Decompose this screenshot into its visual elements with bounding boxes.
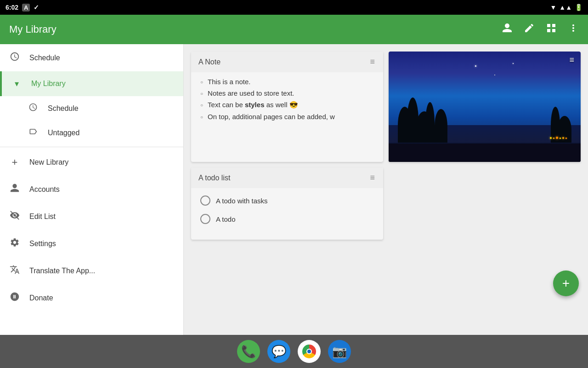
edit-icon[interactable] <box>524 23 535 36</box>
new-library-label: New Library <box>29 158 68 167</box>
status-icon-check: ✓ <box>34 4 39 11</box>
grid-icon[interactable] <box>546 23 557 36</box>
schedule-icon-top <box>9 52 20 64</box>
sidebar-untagged-label: Untagged <box>48 129 79 137</box>
sidebar-sub-schedule-label: Schedule <box>48 104 79 113</box>
chrome-icon <box>302 345 316 358</box>
main-content: Schedule ▾ My Library Schedule Untagged <box>0 44 588 335</box>
sidebar-item-my-library-label: My Library <box>31 80 66 88</box>
sidebar-item-new-library[interactable]: + New Library <box>0 149 183 176</box>
bottom-nav: 📞 💬 📷 <box>0 335 588 368</box>
note-item-3: Text can be styles as well 😎 <box>200 101 374 109</box>
note-card-1-title: A Note <box>198 58 220 66</box>
note-card-1-menu[interactable]: ≡ <box>370 57 376 67</box>
note-item-4: On top, additional pages can be added, w <box>200 113 374 121</box>
chrome-center <box>306 349 312 354</box>
translate-label: Translate The App... <box>29 267 95 275</box>
note-text-2: Notes are used to store text. <box>208 89 294 97</box>
notes-area: A Note ≡ This is a note. Notes are used … <box>184 44 588 335</box>
todo-card-header: A todo list ≡ <box>191 167 383 188</box>
note-text-3: Text can be styles as well 😎 <box>208 101 298 109</box>
status-bar: 6:02 A ✓ ▼ ▲▲ 🔋 <box>0 0 588 15</box>
note-text-4: On top, additional pages can be added, w <box>208 113 335 121</box>
nav-phone-button[interactable]: 📞 <box>237 340 260 363</box>
sidebar-item-schedule-label: Schedule <box>29 54 60 62</box>
photo-card-menu[interactable]: ≡ <box>569 55 575 65</box>
add-icon: + <box>9 156 20 168</box>
note-item-2: Notes are used to store text. <box>200 89 374 97</box>
sidebar-item-schedule-top[interactable]: Schedule <box>0 44 183 71</box>
todo-card[interactable]: A todo list ≡ A todo with tasks A todo <box>191 167 383 240</box>
accounts-label: Accounts <box>29 185 60 194</box>
sidebar-item-accounts[interactable]: Accounts <box>0 176 183 203</box>
note-item-1: This is a note. <box>200 78 374 86</box>
account-icon[interactable] <box>502 23 513 36</box>
settings-icon <box>9 237 20 250</box>
more-icon[interactable] <box>568 23 579 36</box>
battery-icon: 🔋 <box>575 4 582 11</box>
app-bar-actions <box>502 23 579 36</box>
note-card-1[interactable]: A Note ≡ This is a note. Notes are used … <box>191 52 383 162</box>
todo-text-1: A todo with tasks <box>216 197 268 205</box>
translate-icon <box>9 264 20 277</box>
todo-circle-2[interactable] <box>200 214 210 224</box>
settings-label: Settings <box>29 240 56 248</box>
photo-card[interactable]: ≡ <box>389 52 581 162</box>
todo-item-1: A todo with tasks <box>200 194 374 207</box>
sidebar-item-edit-list[interactable]: Edit List <box>0 203 183 230</box>
todo-card-body: A todo with tasks A todo <box>191 188 383 240</box>
status-icon-a: A <box>22 4 30 12</box>
edit-list-icon <box>9 210 20 223</box>
sidebar-divider-1 <box>0 147 183 147</box>
wifi-icon: ▼ <box>550 4 556 11</box>
nav-chrome-button[interactable] <box>298 340 321 363</box>
note-card-1-body: This is a note. Notes are used to store … <box>191 72 383 133</box>
chevron-down-icon: ▾ <box>11 79 22 89</box>
status-time: 6:02 <box>6 4 18 11</box>
sidebar: Schedule ▾ My Library Schedule Untagged <box>0 44 184 335</box>
app-bar: My Library <box>0 15 588 44</box>
fab-button[interactable]: + <box>553 270 579 296</box>
sidebar-item-donate[interactable]: Donate <box>0 284 183 311</box>
todo-circle-1[interactable] <box>200 196 210 206</box>
camera-icon: 📷 <box>332 345 347 359</box>
fab-icon: + <box>562 277 570 290</box>
todo-item-2: A todo <box>200 212 374 226</box>
app-bar-title: My Library <box>9 23 57 35</box>
messages-icon: 💬 <box>271 345 286 359</box>
nav-camera-button[interactable]: 📷 <box>328 340 351 363</box>
sidebar-item-my-library[interactable]: ▾ My Library <box>0 71 183 96</box>
sidebar-sub-items: Schedule Untagged <box>0 96 183 145</box>
sidebar-item-untagged[interactable]: Untagged <box>18 121 183 145</box>
donate-icon <box>9 292 20 304</box>
note-text-1: This is a note. <box>208 78 250 86</box>
todo-card-menu[interactable]: ≡ <box>370 173 376 183</box>
sidebar-item-translate[interactable]: Translate The App... <box>0 257 183 284</box>
todo-text-2: A todo <box>216 215 236 223</box>
nav-messages-button[interactable]: 💬 <box>267 340 290 363</box>
photo-image <box>389 52 581 162</box>
signal-icon: ▲▲ <box>559 4 572 11</box>
note-card-1-header: A Note ≡ <box>191 52 383 72</box>
untagged-icon <box>28 127 39 138</box>
donate-label: Donate <box>29 294 53 302</box>
todo-card-title: A todo list <box>198 174 230 182</box>
accounts-icon <box>9 183 20 196</box>
schedule-sub-icon <box>28 103 39 114</box>
sidebar-item-schedule-sub[interactable]: Schedule <box>18 96 183 121</box>
sidebar-item-settings[interactable]: Settings <box>0 230 183 257</box>
edit-list-label: Edit List <box>29 213 56 221</box>
phone-icon: 📞 <box>241 345 256 359</box>
